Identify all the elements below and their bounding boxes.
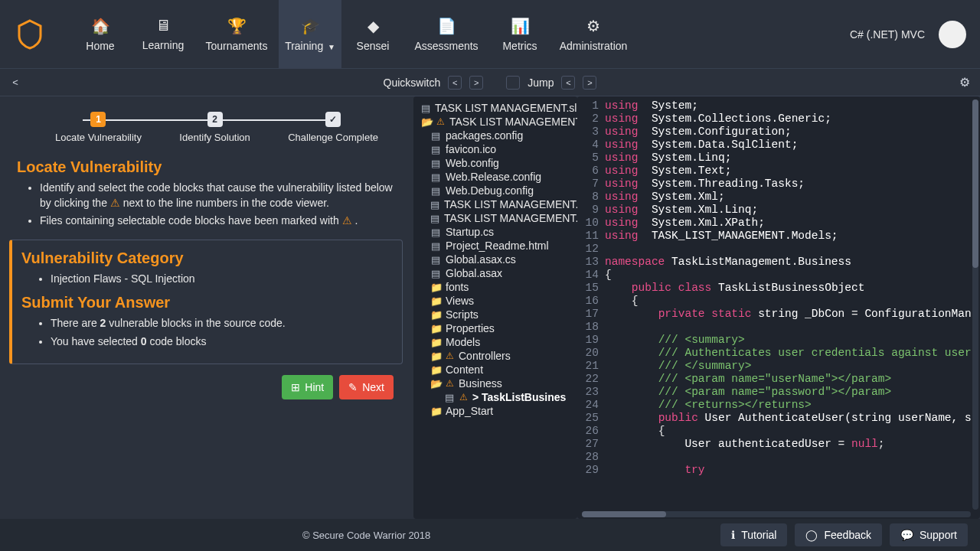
tree-item[interactable]: ▤Project_Readme.html — [416, 239, 577, 253]
file-tree[interactable]: ▤TASK LIST MANAGEMENT.sln📂⚠TASK LIST MAN… — [413, 96, 577, 519]
tree-item[interactable]: 📁App_Start — [416, 404, 577, 418]
tree-item[interactable]: 📂⚠TASK LIST MANAGEMENT — [416, 115, 577, 129]
tree-item[interactable]: ▤TASK LIST MANAGEMENT. — [416, 197, 577, 211]
tree-item[interactable]: 📁Scripts — [416, 308, 577, 321]
instructions-list: Identify and select the code blocks that… — [9, 181, 403, 229]
tree-item[interactable]: ▤Web.Debug.config — [416, 184, 577, 197]
tree-item[interactable]: ▤⚠> TaskListBusines — [416, 390, 577, 404]
warning-icon: ⚠ — [446, 350, 454, 361]
code-line[interactable]: 12 — [580, 243, 972, 256]
code-line[interactable]: 15 public class TaskListBusinessObject — [580, 282, 972, 295]
nav-administration[interactable]: ⚙ Administration — [551, 0, 635, 68]
tree-item[interactable]: ▤Global.asax.cs — [416, 253, 577, 266]
tree-item[interactable]: ▤TASK LIST MANAGEMENT. — [416, 211, 577, 225]
warning-icon: ⚠ — [459, 392, 468, 403]
feedback-icon: ◯ — [805, 529, 818, 541]
step-challenge-complete[interactable]: ✓Challenge Complete — [288, 112, 378, 143]
code-line[interactable]: 7using System.Threading.Tasks; — [580, 178, 972, 191]
tree-item[interactable]: ▤favicon.ico — [416, 142, 577, 156]
quickswitch-label: Quickswitch — [384, 77, 441, 89]
code-line[interactable]: 26 { — [580, 425, 972, 438]
nav-tournaments[interactable]: 🏆 Tournaments — [194, 0, 279, 68]
code-line[interactable]: 29 try — [580, 464, 972, 477]
code-line[interactable]: 6using System.Text; — [580, 165, 972, 178]
locate-title: Locate Vulnerability — [17, 158, 403, 176]
nav-metrics[interactable]: 📊 Metrics — [488, 0, 551, 68]
quickswitch-prev[interactable]: < — [448, 76, 462, 90]
jump-next[interactable]: > — [583, 76, 596, 90]
jump-window-icon[interactable] — [506, 76, 520, 90]
nav-learning[interactable]: 🖥 Learning — [132, 0, 194, 68]
tree-item[interactable]: 📁Content — [416, 363, 577, 377]
warning-icon: ⚠ — [110, 197, 120, 209]
learning-icon: 🖥 — [155, 17, 171, 34]
code-line[interactable]: 11using TASK_LIST_MANAGEMENT.Models; — [580, 230, 972, 243]
tree-item[interactable]: ▤Web.config — [416, 156, 577, 170]
code-line[interactable]: 25 public User AuthenticateUser(string u… — [580, 412, 972, 425]
nav-sensei[interactable]: ◆ Sensei — [341, 0, 404, 68]
next-button[interactable]: ✎ Next — [339, 375, 394, 399]
submit-title: Submit Your Answer — [21, 294, 394, 311]
category-title: Vulnerability Category — [21, 249, 394, 267]
category-item: Injection Flaws - SQL Injection — [51, 272, 394, 287]
tree-item[interactable]: ▤Global.asax — [416, 266, 577, 280]
tree-item[interactable]: ▤Web.Release.config — [416, 170, 577, 184]
code-line[interactable]: 8using System.Xml; — [580, 191, 972, 204]
code-line[interactable]: 3using System.Configuration; — [580, 126, 972, 139]
administration-icon: ⚙ — [586, 17, 600, 35]
code-line[interactable]: 9using System.Xml.Linq; — [580, 204, 972, 217]
chat-icon: 💬 — [900, 529, 913, 541]
tree-item[interactable]: 📁⚠Controllers — [416, 349, 577, 363]
code-line[interactable]: 16 { — [580, 295, 972, 308]
vertical-scrollbar[interactable] — [972, 99, 978, 510]
answer-box: Vulnerability Category Injection Flaws -… — [9, 240, 403, 364]
assessments-icon: 📄 — [437, 17, 456, 35]
step-locate-vulnerability[interactable]: 1Locate Vulnerability — [55, 112, 142, 143]
brand-logo[interactable] — [14, 18, 46, 51]
tree-item[interactable]: 📁Properties — [416, 321, 577, 335]
collapse-left-icon[interactable]: < — [8, 75, 23, 90]
code-line[interactable]: 28 — [580, 451, 972, 464]
tree-item[interactable]: ▤Startup.cs — [416, 225, 577, 239]
code-line[interactable]: 14{ — [580, 269, 972, 282]
tree-item[interactable]: ▤packages.config — [416, 129, 577, 142]
code-line[interactable]: 17 private static string _DbCon = Config… — [580, 308, 972, 321]
feedback-button[interactable]: ◯Feedback — [795, 523, 881, 546]
hint-button[interactable]: ⊞ Hint — [282, 375, 333, 399]
code-line[interactable]: 24 /// <returns></returns> — [580, 399, 972, 412]
chevron-down-icon: ▼ — [325, 43, 335, 51]
code-line[interactable]: 4using System.Data.SqlClient; — [580, 139, 972, 152]
step-identify-solution[interactable]: 2Identify Solution — [179, 112, 250, 143]
horizontal-scrollbar[interactable] — [582, 511, 971, 517]
nav-assessments[interactable]: 📄 Assessments — [404, 0, 488, 68]
code-line[interactable]: 21 /// </summary> — [580, 360, 972, 373]
tree-item[interactable]: 📁Views — [416, 294, 577, 308]
code-line[interactable]: 23 /// <param name="password"></param> — [580, 386, 972, 399]
settings-gear-icon[interactable]: ⚙ — [957, 75, 972, 90]
code-line[interactable]: 19 /// <summary> — [580, 334, 972, 347]
code-line[interactable]: 2using System.Collections.Generic; — [580, 112, 972, 126]
code-viewer[interactable]: 1using System;2using System.Collections.… — [577, 96, 980, 519]
nav-training[interactable]: 🎓 Training ▼ — [279, 0, 341, 68]
quickswitch-next[interactable]: > — [469, 76, 483, 90]
code-line[interactable]: 10using System.Xml.XPath; — [580, 217, 972, 230]
info-icon: ℹ — [731, 529, 735, 541]
jump-prev[interactable]: < — [561, 76, 575, 90]
code-line[interactable]: 27 User authenticatedUser = null; — [580, 438, 972, 451]
support-button[interactable]: 💬Support — [890, 523, 968, 546]
tree-item[interactable]: 📁fonts — [416, 280, 577, 294]
language-selector[interactable]: C# (.NET) MVC — [850, 28, 925, 41]
code-line[interactable]: 5using System.Linq; — [580, 152, 972, 165]
tree-item[interactable]: 📂⚠Business — [416, 377, 577, 390]
tutorial-button[interactable]: ℹTutorial — [720, 523, 787, 546]
code-line[interactable]: 1using System; — [580, 99, 972, 112]
metrics-icon: 📊 — [511, 17, 530, 35]
code-line[interactable]: 13namespace TaskListManagement.Business — [580, 256, 972, 269]
tree-item[interactable]: 📁Models — [416, 335, 577, 349]
code-line[interactable]: 18 — [580, 321, 972, 334]
code-line[interactable]: 22 /// <param name="userName"></param> — [580, 373, 972, 386]
nav-home[interactable]: 🏠 Home — [69, 0, 132, 68]
code-line[interactable]: 20 /// Authenticates user credentials ag… — [580, 347, 972, 360]
tree-item[interactable]: ▤TASK LIST MANAGEMENT.sln — [416, 101, 577, 115]
avatar[interactable] — [939, 21, 966, 48]
